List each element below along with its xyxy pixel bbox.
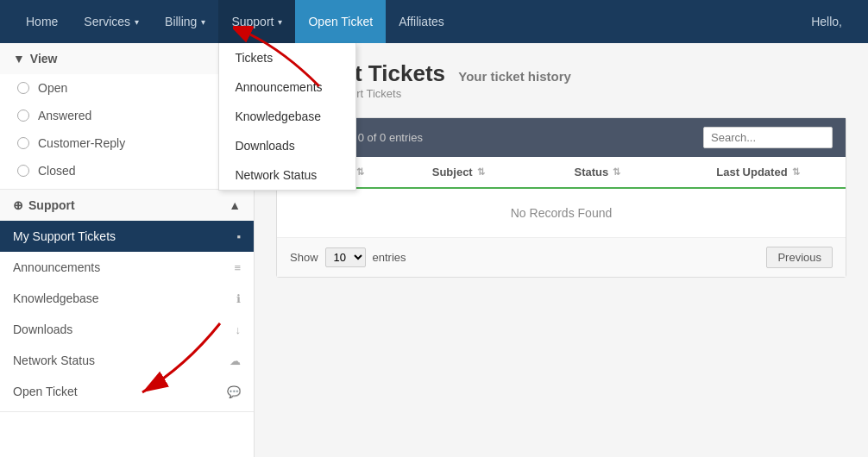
radio-open[interactable] (17, 82, 29, 94)
sidebar-knowledgebase[interactable]: Knowledgebase ℹ (0, 283, 254, 314)
no-records-text: No Records Found (511, 206, 613, 220)
page-subtitle: Your ticket history (458, 69, 571, 84)
filter-customer-reply[interactable]: Customer-Reply 0 (0, 129, 254, 157)
sidebar-support-header: ⊕Support ▲ (0, 190, 254, 221)
announcements-icon: ≡ (234, 261, 241, 274)
show-label: Show (290, 251, 318, 264)
sidebar-view-header: ▼View ▲ (0, 43, 254, 74)
th-last-updated[interactable]: Last Updated ⇅ (703, 157, 846, 187)
entries-select[interactable]: 10 25 50 (325, 247, 366, 267)
table-body: No Records Found (277, 189, 846, 237)
sidebar-announcements[interactable]: Announcements ≡ (0, 252, 254, 283)
nav-home[interactable]: Home (13, 0, 71, 43)
nav-services[interactable]: Services ▾ (71, 0, 152, 43)
sidebar-support-section: ⊕Support ▲ My Support Tickets ▪ Announce… (0, 190, 254, 412)
support-circle-icon: ⊕ (13, 198, 23, 212)
downloads-icon: ↓ (236, 323, 242, 336)
sidebar-view-section: ▼View ▲ Open 0 Answered 0 Customer-Reply… (0, 43, 254, 190)
knowledgebase-icon: ℹ (236, 292, 241, 305)
sort-status-icon: ⇅ (613, 166, 620, 178)
annotation-arrow-1 (233, 26, 337, 95)
navbar: Home Services ▾ Billing ▾ Support ▾ Tick… (0, 0, 868, 43)
network-icon: ☁ (230, 354, 241, 367)
tickets-icon: ▪ (236, 230, 241, 243)
services-dropdown-icon: ▾ (135, 17, 139, 27)
main-layout: ▼View ▲ Open 0 Answered 0 Customer-Reply… (0, 43, 868, 457)
table-info-bar: Showing 0 to 0 of 0 entries (277, 118, 846, 157)
breadcrumb: Home / Support Tickets (276, 87, 846, 100)
radio-customer-reply[interactable] (17, 137, 29, 149)
filter-icon: ▼ (13, 52, 25, 66)
entries-label: entries (373, 251, 406, 264)
filter-answered[interactable]: Answered 0 (0, 102, 254, 129)
sidebar-downloads[interactable]: Downloads ↓ (0, 314, 254, 345)
page-heading: Support Tickets Your ticket history (276, 60, 846, 87)
support-dropdown-icon: ▾ (278, 17, 282, 27)
sidebar-network-status[interactable]: Network Status ☁ (0, 345, 254, 376)
dd-downloads[interactable]: Downloads (219, 131, 355, 160)
nav-affiliates[interactable]: Affiliates (386, 0, 457, 43)
table-search-input[interactable] (703, 127, 833, 148)
tickets-table-container: Showing 0 to 0 of 0 entries Department ⇅… (276, 117, 846, 278)
filter-closed[interactable]: Closed 0 (0, 157, 254, 185)
sidebar-open-ticket[interactable]: Open Ticket 💬 (0, 376, 254, 407)
sort-subject-icon: ⇅ (477, 166, 485, 178)
filter-open[interactable]: Open 0 (0, 74, 254, 102)
previous-button[interactable]: Previous (766, 247, 833, 268)
dd-network-status[interactable]: Network Status (219, 160, 355, 190)
dd-knowledgebase[interactable]: Knowledgebase (219, 102, 355, 131)
table-header: Department ⇅ Subject ⇅ Status ⇅ Last Upd… (277, 157, 846, 189)
support-collapse-icon[interactable]: ▲ (229, 198, 241, 212)
sidebar: ▼View ▲ Open 0 Answered 0 Customer-Reply… (0, 43, 255, 457)
nav-billing[interactable]: Billing ▾ (152, 0, 218, 43)
billing-dropdown-icon: ▾ (201, 17, 205, 27)
nav-hello: Hello, (798, 15, 855, 28)
th-status[interactable]: Status ⇅ (562, 157, 704, 187)
sort-lastupdated-icon: ⇅ (792, 166, 800, 178)
radio-answered[interactable] (17, 110, 29, 122)
show-entries: Show 10 25 50 entries (290, 247, 406, 267)
th-subject[interactable]: Subject ⇅ (419, 157, 562, 187)
open-ticket-icon: 💬 (227, 385, 241, 398)
radio-closed[interactable] (17, 165, 29, 177)
table-footer: Show 10 25 50 entries Previous (277, 237, 846, 277)
sidebar-my-tickets[interactable]: My Support Tickets ▪ (0, 221, 254, 252)
sort-department-icon: ⇅ (356, 166, 364, 178)
